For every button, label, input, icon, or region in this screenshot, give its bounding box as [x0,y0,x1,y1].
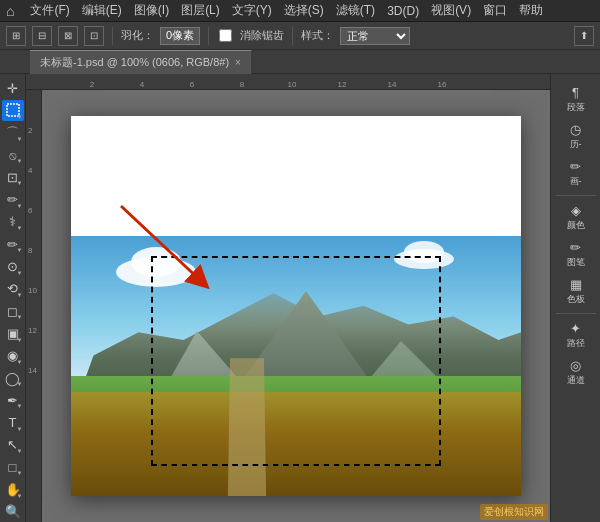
panel-paths-label: 路径 [567,337,585,350]
home-icon[interactable]: ⌂ [6,3,14,19]
canvas-photo-area [71,236,521,496]
feather-label: 羽化： [121,28,154,43]
healing-tool[interactable]: ⚕▼ [2,212,24,232]
menu-text[interactable]: 文字(Y) [232,2,272,19]
foreground [71,392,521,496]
left-toolbar: ✛ ▼ ⌒▼ ⍉▼ ⊡▼ ✏▼ ⚕▼ ✏▼ ⊙▼ ⟲▼ ◻▼ ▣▼ ◉▼ ◯▼ … [0,74,26,522]
panel-paint[interactable]: ✏ 画- [553,156,599,191]
document [71,116,521,496]
history-icon: ◷ [570,122,581,137]
menu-filter[interactable]: 滤镜(T) [336,2,375,19]
brushes-icon: ✏ [570,240,581,255]
panel-color-label: 颜色 [567,219,585,232]
panel-history[interactable]: ◷ 历- [553,119,599,154]
history-brush-tool[interactable]: ⟲▼ [2,279,24,299]
panel-history-label: 历- [570,138,582,151]
lasso-tool[interactable]: ⌒▼ [2,123,24,143]
paint-icon: ✏ [570,159,581,174]
ruler-mark-12: 12 [338,80,347,89]
blur-tool[interactable]: ◉▼ [2,346,24,366]
tab-bar: 未标题-1.psd @ 100% (0606, RGB/8#) × [0,50,600,74]
menu-edit[interactable]: 编辑(E) [82,2,122,19]
style-label: 样式： [301,28,334,43]
intersect-sel-icon[interactable]: ⊡ [84,26,104,46]
right-panel: ¶ 段落 ◷ 历- ✏ 画- ◈ 颜色 ✏ 图笔 ▦ 色板 ✦ 路径 ◎ [550,74,600,522]
panel-paths[interactable]: ✦ 路径 [553,318,599,353]
document-canvas [42,90,550,522]
crop-tool[interactable]: ⊡▼ [2,167,24,187]
panel-channels[interactable]: ◎ 通道 [553,355,599,390]
ruler-vmark-12: 12 [28,326,37,335]
options-bar: ⊞ ⊟ ⊠ ⊡ 羽化： 消除锯齿 样式： 正常 固定比例 固定大小 ⬆ [0,22,600,50]
dodge-tool[interactable]: ◯▼ [2,368,24,388]
path-select-tool[interactable]: ↖▼ [2,435,24,455]
panel-swatches-label: 色板 [567,293,585,306]
panel-swatches[interactable]: ▦ 色板 [553,274,599,309]
menu-file[interactable]: 文件(F) [30,2,69,19]
new-sel-icon[interactable]: ⊞ [6,26,26,46]
add-sel-icon[interactable]: ⊟ [32,26,52,46]
ruler-vmark-6: 6 [28,206,32,215]
marquee-tool[interactable]: ▼ [2,100,24,120]
stamp-tool[interactable]: ⊙▼ [2,256,24,276]
panel-brushes[interactable]: ✏ 图笔 [553,237,599,272]
document-tab[interactable]: 未标题-1.psd @ 100% (0606, RGB/8#) × [30,50,252,74]
cloud-left [116,257,196,287]
canvas-white-area [71,116,521,236]
move-tool[interactable]: ✛ [2,78,24,98]
panel-paint-label: 画- [570,175,582,188]
ruler-mark-8: 8 [240,80,244,89]
menu-bar: ⌂ 文件(F) 编辑(E) 图像(I) 图层(L) 文字(Y) 选择(S) 滤镜… [0,0,600,22]
menu-window[interactable]: 窗口 [483,2,507,19]
menu-layer[interactable]: 图层(L) [181,2,220,19]
channels-icon: ◎ [570,358,581,373]
panel-color[interactable]: ◈ 颜色 [553,200,599,235]
tab-title: 未标题-1.psd @ 100% (0606, RGB/8#) [40,55,229,70]
panel-brushes-label: 图笔 [567,256,585,269]
menu-view[interactable]: 视图(V) [431,2,471,19]
menu-help[interactable]: 帮助 [519,2,543,19]
eraser-tool[interactable]: ◻▼ [2,301,24,321]
anti-alias-checkbox[interactable] [219,29,232,42]
zoom-tool[interactable]: 🔍 [2,502,24,522]
swatches-icon: ▦ [570,277,582,292]
gradient-tool[interactable]: ▣▼ [2,323,24,343]
paths-icon: ✦ [570,321,581,336]
feather-input[interactable] [160,27,200,45]
sub-sel-icon[interactable]: ⊠ [58,26,78,46]
ruler-vmark-4: 4 [28,166,32,175]
ruler-vmark-10: 10 [28,286,37,295]
vertical-ruler: 2 4 6 8 10 12 14 [26,90,42,522]
anti-alias-label: 消除锯齿 [240,28,284,43]
brush-tool[interactable]: ✏▼ [2,234,24,254]
hand-tool[interactable]: ✋▼ [2,479,24,499]
ruler-mark-6: 6 [190,80,194,89]
canvas-area: 2 4 6 8 10 12 14 16 2 4 6 8 10 12 14 [26,74,550,522]
shape-tool[interactable]: □▼ [2,457,24,477]
panel-channels-label: 通道 [567,374,585,387]
style-select[interactable]: 正常 固定比例 固定大小 [340,27,410,45]
ruler-vmark-2: 2 [28,126,32,135]
road [227,358,265,496]
text-tool[interactable]: T▼ [2,412,24,432]
ruler-mark-16: 16 [438,80,447,89]
horizontal-ruler: 2 4 6 8 10 12 14 16 [26,74,550,90]
panel-paragraph[interactable]: ¶ 段落 [553,82,599,117]
panel-separator-1 [556,195,596,196]
menu-3d[interactable]: 3D(D) [387,4,419,18]
ruler-mark-14: 14 [388,80,397,89]
main-area: ✛ ▼ ⌒▼ ⍉▼ ⊡▼ ✏▼ ⚕▼ ✏▼ ⊙▼ ⟲▼ ◻▼ ▣▼ ◉▼ ◯▼ … [0,74,600,522]
ruler-vmark-14: 14 [28,366,37,375]
cloud-right [394,249,454,269]
quick-select-tool[interactable]: ⍉▼ [2,145,24,165]
pen-tool[interactable]: ✒▼ [2,390,24,410]
share-icon[interactable]: ⬆ [574,26,594,46]
menu-select[interactable]: 选择(S) [284,2,324,19]
menu-image[interactable]: 图像(I) [134,2,169,19]
eyedropper-tool[interactable]: ✏▼ [2,189,24,209]
ruler-mark-2: 2 [90,80,94,89]
panel-paragraph-label: 段落 [567,101,585,114]
tab-close-button[interactable]: × [235,57,241,68]
paragraph-icon: ¶ [572,85,579,100]
ruler-mark-10: 10 [288,80,297,89]
